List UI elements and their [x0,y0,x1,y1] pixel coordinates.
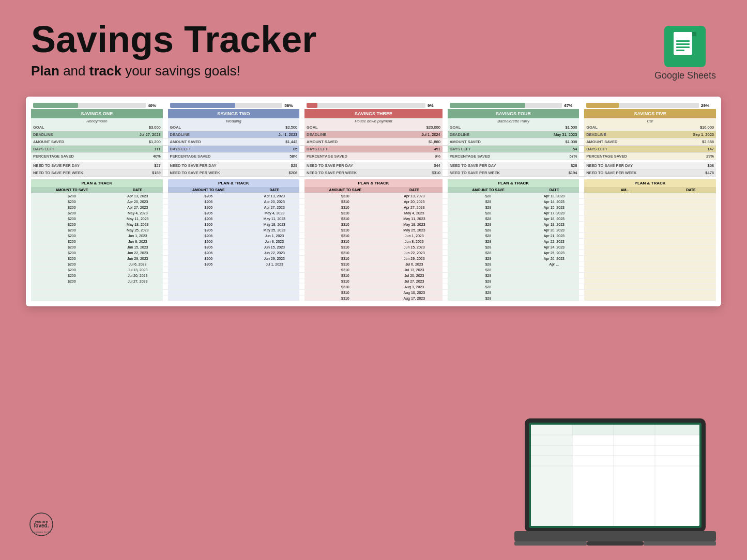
track-row-7: $200 May 25, 2023 $206 May 25, 2023 $310… [31,227,716,233]
track-row-12: $200 Jun 29, 2023 $206 Jun 29, 2023 $310… [31,256,716,261]
s1-need-day-label: NEED TO SAVE PER DAY [31,162,113,169]
s3-goal-label: GOAL [304,124,386,131]
s3-need-day-label: NEED TO SAVE PER DAY [304,162,386,169]
track-row-15: $200 Jul 20, 2023 $310 Jul 20, 2023 $28 [31,273,716,278]
s5-plan-track: PLAN & TRACK [584,179,716,187]
track-row-17: $310 Aug 3, 2023 $28 [31,284,716,290]
amount-saved-row: AMOUNT SAVED $1,200 AMOUNT SAVED $1,442 … [31,138,716,146]
s5-tr1-amount [584,193,666,199]
s4-pct-label: PERCENTAGE SAVED [448,153,529,160]
s1-tr1-amount: $200 [31,193,113,199]
pct-saved-row: PERCENTAGE SAVED 40% PERCENTAGE SAVED 58… [31,153,716,160]
s5-pct-value: 29% [666,153,716,160]
s1-progress-label: 40% [148,103,161,108]
s4-progress-bar-bg [450,103,562,108]
track-row-1: $200 Apr 13, 2023 $206 Apr 13, 2023 $310… [31,193,716,199]
loved-logo: you are loved. templates for life [21,506,62,548]
s3-progress-label: 9% [428,103,440,108]
s5-progress-cell: 29% [584,102,716,109]
s5-goal-label: GOAL [584,124,666,131]
s4-need-week-label: NEED TO SAVE PER WEEK [448,169,529,176]
header: Savings Tracker Plan and track your savi… [0,0,747,91]
track-row-2: $200 Apr 20, 2023 $206 Apr 20, 2023 $310… [31,199,716,205]
s4-goal-label: GOAL [448,124,529,131]
s5-need-day-label: NEED TO SAVE PER DAY [584,162,666,169]
days-left-row: DAYS LEFT 111 DAYS LEFT 85 DAYS LEFT 451… [31,146,716,153]
s5-need-day-value: $68 [666,162,716,169]
s2-pct-value: 58% [249,153,299,160]
s3-plan-track: PLAN & TRACK [304,179,443,187]
s3-days-label: DAYS LEFT [304,146,386,153]
s2-col-amount: AMOUNT TO SAVE [168,187,250,193]
track-row-4: $200 May 4, 2023 $206 May 4, 2023 $310 M… [31,210,716,216]
s2-amount-value: $1,442 [249,138,299,146]
s3-pct-value: 9% [386,153,443,160]
s1-goal-value: $3,000 [113,124,163,131]
s4-need-week-value: $194 [529,169,579,176]
s1-days-label: DAYS LEFT [31,146,113,153]
s3-days-value: 451 [386,146,443,153]
s3-col-date: DATE [386,187,443,193]
track-row-16: $200 Jul 27, 2023 $310 Jul 27, 2023 $28 [31,278,716,284]
s1-amount-value: $1,200 [113,138,163,146]
s4-col-date: DATE [529,187,579,193]
s4-progress-label: 67% [564,103,577,108]
s2-days-label: DAYS LEFT [168,146,250,153]
s4-need-day-label: NEED TO SAVE PER DAY [448,162,529,169]
s2-subheader: Wedding [168,118,300,124]
svg-rect-8 [676,50,684,51]
s4-days-label: DAYS LEFT [448,146,529,153]
s4-pct-value: 67% [529,153,579,160]
s5-deadline-value: Sep 1, 2023 [666,131,716,138]
section-header-row: SAVINGS ONE SAVINGS TWO SAVINGS THREE SA… [31,109,716,118]
s3-goal-value: $20,000 [386,124,443,131]
s3-tr1-amount: $310 [304,193,386,199]
track-row-5: $200 May 11, 2023 $206 May 11, 2023 $310… [31,216,716,222]
s4-col-amount: AMOUNT TO SAVE [448,187,529,193]
s2-header: SAVINGS TWO [168,109,300,118]
s1-need-day-value: $27 [113,162,163,169]
s2-need-day-value: $29 [249,162,299,169]
s2-tr1-amount: $206 [168,193,250,199]
google-sheets-label: Google Sheets [654,70,716,81]
s5-progress-label: 29% [701,103,714,108]
page-title: Savings Tracker [31,21,316,58]
progress-row: 40% 58% [31,102,716,109]
need-per-week-row: NEED TO SAVE PER WEEK $189 NEED TO SAVE … [31,169,716,176]
s1-subheader: Honeymoon [31,118,163,124]
s2-goal-value: $2,500 [249,124,299,131]
s2-col-date: DATE [249,187,299,193]
s5-pct-label: PERCENTAGE SAVED [584,153,666,160]
s4-amount-label: AMOUNT SAVED [448,138,529,146]
s4-amount-value: $1,008 [529,138,579,146]
s3-pct-label: PERCENTAGE SAVED [304,153,386,160]
google-sheets-badge: Google Sheets [654,26,716,81]
plan-track-header-row: PLAN & TRACK PLAN & TRACK PLAN & TRACK P… [31,179,716,187]
s1-progress-cell: 40% [31,102,163,109]
s5-header: SAVINGS FIVE [584,109,716,118]
s2-progress-bar-bg [170,103,283,108]
track-row-11: $200 Jun 22, 2023 $206 Jun 22, 2023 $310… [31,250,716,256]
svg-text:templates for life: templates for life [32,531,51,534]
s5-days-label: DAYS LEFT [584,146,666,153]
spreadsheet-table: 40% 58% [31,102,716,301]
s1-pct-label: PERCENTAGE SAVED [31,153,113,160]
s5-subheader: Car [584,118,716,124]
s4-subheader: Bachelorette Party [448,118,580,124]
s3-tr1-date: Apr 13, 2023 [386,193,443,199]
laptop-overlay [514,413,731,560]
s2-amount-label: AMOUNT SAVED [168,138,250,146]
s2-tr1-date: Apr 13, 2023 [249,193,299,199]
s1-days-value: 111 [113,146,163,153]
s3-header: SAVINGS THREE [304,109,443,118]
laptop-svg [514,413,731,558]
s5-need-week-label: NEED TO SAVE PER WEEK [584,169,666,176]
s1-goal-label: GOAL [31,124,113,131]
s5-tr1-date [666,193,716,199]
s5-col-date: DATE [666,187,716,193]
s5-deadline-label: DEADLINE [584,131,666,138]
title-section: Savings Tracker Plan and track your savi… [31,21,316,79]
s2-progress-cell: 58% [168,102,300,109]
s2-deadline-value: Jul 1, 2023 [249,131,299,138]
s1-col-amount: AMOUNT TO SAVE [31,187,113,193]
